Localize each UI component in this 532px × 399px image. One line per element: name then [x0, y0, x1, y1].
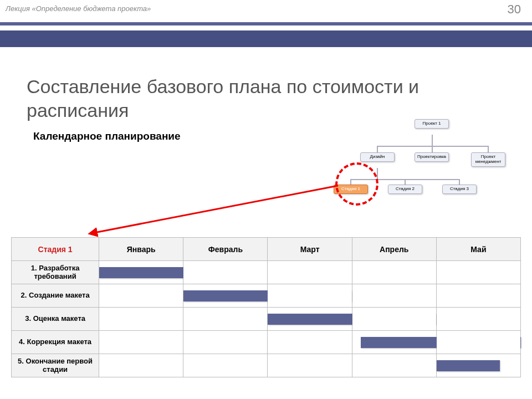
- gantt-row: 1. Разработка требований: [12, 261, 521, 284]
- gantt-row-label: 1. Разработка требований: [12, 261, 99, 284]
- gantt-row: 4. Коррекция макета: [12, 331, 521, 354]
- gantt-cell: [436, 331, 520, 354]
- gantt-row-label: 2. Создание макета: [12, 284, 99, 308]
- slide-subtitle: Календарное планирование: [33, 130, 181, 142]
- month-header-1: Февраль: [183, 238, 268, 261]
- gantt-cell: [183, 284, 268, 308]
- gantt-cell: [99, 284, 183, 308]
- gantt-cell: [352, 354, 436, 377]
- gantt-row-label: 3. Оценка макета: [12, 308, 99, 331]
- gantt-cell: [268, 284, 352, 308]
- month-header-3: Апрель: [352, 238, 436, 261]
- gantt-cell: [183, 261, 268, 284]
- org-root: Проект 1: [415, 119, 449, 129]
- gantt-header-row: Стадия 1 Январь Февраль Март Апрель Май: [12, 238, 521, 261]
- month-header-4: Май: [436, 238, 520, 261]
- gantt-row: 5. Окончание первой стадии: [12, 354, 521, 377]
- gantt-table: Стадия 1 Январь Февраль Март Апрель Май …: [11, 237, 521, 377]
- org-l3-1: Стадия 2: [388, 185, 422, 194]
- gantt-cell: [99, 308, 183, 331]
- gantt-cell: [99, 354, 183, 377]
- gantt-cell: [352, 331, 436, 354]
- org-l2-2: Проект менеджмент: [471, 152, 505, 167]
- page-number: 30: [508, 2, 521, 17]
- gantt-cell: [352, 308, 436, 331]
- gantt-bar: [437, 360, 500, 371]
- gantt-cell: [268, 261, 352, 284]
- decor-band-2: [0, 30, 532, 47]
- gantt-cell: [268, 331, 352, 354]
- gantt-row: 2. Создание макета: [12, 284, 521, 308]
- gantt-cell: [99, 331, 183, 354]
- org-l2-1: Проектировка: [415, 152, 449, 162]
- breadcrumb: Лекция «Определение бюджета проекта»: [6, 4, 151, 13]
- gantt-row: 3. Оценка макета: [12, 308, 521, 331]
- gantt-cell: [268, 354, 352, 377]
- page-title: Составление базового плана по стоимости …: [27, 75, 448, 122]
- org-l3-2: Стадия 3: [442, 185, 477, 194]
- gantt-cell: [352, 284, 436, 308]
- gantt-cell: [183, 354, 268, 377]
- gantt-cell: [436, 261, 520, 284]
- month-header-0: Январь: [99, 238, 183, 261]
- gantt-row-label: 4. Коррекция макета: [12, 331, 99, 354]
- gantt-cell: [352, 261, 436, 284]
- org-l2-0: Дизайн: [360, 152, 395, 162]
- gantt-row-label: 5. Окончание первой стадии: [12, 354, 99, 377]
- gantt-cell: [99, 261, 183, 284]
- svg-line-0: [94, 186, 338, 233]
- month-header-2: Март: [268, 238, 352, 261]
- gantt-cell: [183, 308, 268, 331]
- gantt-cell: [183, 331, 268, 354]
- gantt-cell: [436, 308, 520, 331]
- highlight-circle: [335, 162, 378, 206]
- gantt-cell: [436, 284, 520, 308]
- stage-header: Стадия 1: [12, 238, 99, 261]
- gantt-cell: [436, 354, 520, 377]
- gantt-cell: [268, 308, 352, 331]
- decor-band-1: [0, 22, 532, 25]
